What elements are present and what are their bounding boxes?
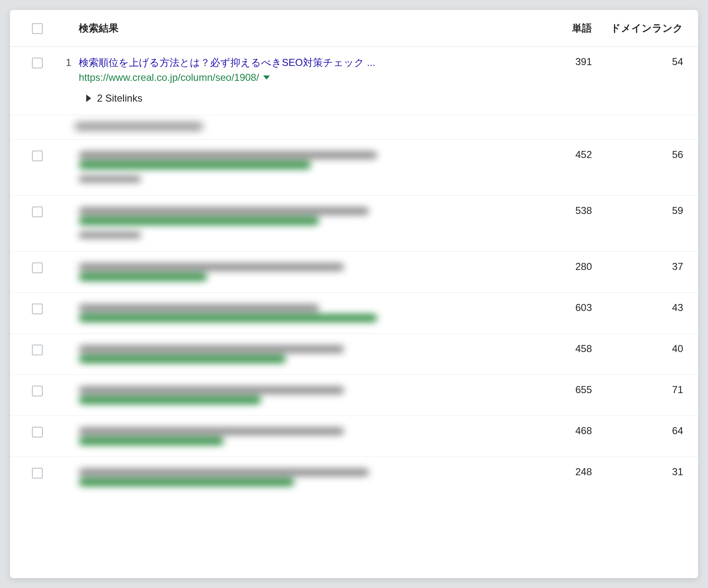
words-value: 458 [530, 343, 596, 355]
col-header-words: 単語 [530, 22, 596, 35]
words-value: 280 [530, 261, 596, 272]
row-checkbox[interactable] [32, 468, 43, 479]
table-row: 248 31 [10, 457, 698, 498]
domain-rank-value: 37 [596, 261, 687, 272]
domain-rank-value: 71 [596, 384, 687, 396]
result-cell [79, 425, 530, 447]
sitelinks-toggle[interactable]: 2 Sitelinks [79, 92, 530, 104]
result-cell [79, 261, 530, 283]
result-cell [79, 466, 530, 488]
words-value: 655 [530, 384, 596, 396]
domain-rank-value: 43 [596, 302, 687, 313]
select-all-checkbox[interactable] [32, 23, 43, 34]
table-row: 452 56 [10, 140, 698, 196]
domain-rank-value: 59 [596, 205, 687, 216]
domain-rank-value: 31 [596, 466, 687, 478]
words-value: 538 [530, 205, 596, 216]
domain-rank-value: 40 [596, 343, 687, 355]
position: 1 [54, 56, 79, 68]
result-cell [79, 384, 530, 406]
results-table: 検索結果 単語 ドメインランク 1 検索順位を上げる方法とは？必ず抑えるべきSE… [10, 10, 698, 498]
col-header-result: 検索結果 [79, 22, 530, 35]
result-cell [79, 302, 530, 324]
result-cell: 検索順位を上げる方法とは？必ず抑えるべきSEO対策チェック ... https:… [79, 56, 530, 104]
blurred-segment [10, 115, 698, 140]
table-row: 538 59 [10, 196, 698, 252]
words-value: 468 [530, 425, 596, 437]
result-cell [79, 343, 530, 365]
row-checkbox[interactable] [32, 427, 43, 437]
sitelinks-label: 2 Sitelinks [97, 92, 142, 104]
domain-rank-value: 54 [596, 56, 687, 68]
expand-icon [86, 95, 91, 102]
result-title-link[interactable]: 検索順位を上げる方法とは？必ず抑えるべきSEO対策チェック ... [79, 56, 375, 69]
row-checkbox[interactable] [32, 58, 43, 68]
col-header-domain-rank: ドメインランク [596, 22, 687, 35]
words-value: 248 [530, 466, 596, 478]
table-row: 458 40 [10, 334, 698, 375]
table-row: 603 43 [10, 293, 698, 334]
row-checkbox[interactable] [32, 386, 43, 396]
row-checkbox[interactable] [32, 262, 43, 273]
row-checkbox[interactable] [32, 207, 43, 217]
words-value: 391 [530, 56, 596, 68]
table-row: 468 64 [10, 416, 698, 457]
row-checkbox[interactable] [32, 345, 43, 355]
domain-rank-value: 56 [596, 149, 687, 160]
result-cell [79, 149, 530, 185]
table-row: 1 検索順位を上げる方法とは？必ず抑えるべきSEO対策チェック ... http… [10, 47, 698, 115]
result-url[interactable]: https://www.creal.co.jp/column/seo/1908/ [79, 72, 259, 83]
results-panel: 検索結果 単語 ドメインランク 1 検索順位を上げる方法とは？必ず抑えるべきSE… [10, 10, 698, 578]
words-value: 603 [530, 302, 596, 313]
row-checkbox[interactable] [32, 304, 43, 314]
table-header: 検索結果 単語 ドメインランク [10, 10, 698, 47]
words-value: 452 [530, 149, 596, 160]
result-cell [79, 205, 530, 241]
domain-rank-value: 64 [596, 425, 687, 437]
table-row: 280 37 [10, 252, 698, 293]
row-checkbox[interactable] [32, 151, 43, 161]
table-row: 655 71 [10, 375, 698, 416]
url-dropdown-icon[interactable] [263, 75, 270, 80]
